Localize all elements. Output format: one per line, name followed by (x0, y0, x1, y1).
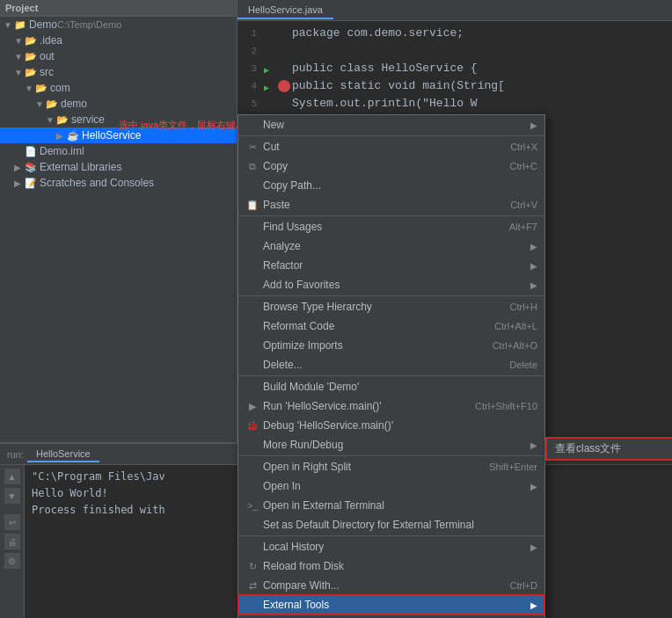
menu-item-addtofav[interactable]: Add to Favorites ▶ (238, 275, 544, 294)
run-gutter-empty (264, 45, 276, 57)
menu-label-refactor: Refactor (263, 259, 303, 272)
tree-item-label: HelloService (82, 129, 141, 142)
menu-item-cut[interactable]: ✂ Cut Ctrl+X (238, 137, 544, 156)
menu-item-externaltools[interactable]: External Tools ▶ (238, 595, 544, 614)
run-gutter-icon[interactable]: ▶ (264, 80, 276, 92)
submenu-item-view-class[interactable]: 查看class文件 (546, 438, 672, 460)
menu-label-openin: Open In (263, 480, 301, 492)
submenu-arrow-externaltools: ▶ (530, 600, 537, 610)
tree-arrow: ▶ (14, 163, 25, 172)
folder-icon: 📂 (25, 35, 37, 47)
menu-icon-run: ▶ (245, 401, 259, 412)
menu-separator (238, 455, 544, 456)
tree-item-out[interactable]: ▼📂out (0, 48, 237, 64)
menu-item-optimizeimports[interactable]: Optimize Imports Ctrl+Alt+O (238, 336, 544, 355)
menu-item-refactor[interactable]: Refactor ▶ (238, 256, 544, 275)
folder-icon: 📂 (25, 51, 37, 62)
tree-item-label: Demo (29, 18, 57, 31)
menu-item-reformatcode[interactable]: Reformat Code Ctrl+Alt+L (238, 316, 544, 336)
menu-shortcut-cut: Ctrl+X (510, 142, 537, 152)
menu-item-delete[interactable]: Delete... Delete (238, 355, 544, 374)
tree-item-com[interactable]: ▼📂com (0, 80, 237, 96)
menu-item-left: Copy Path... (245, 179, 321, 192)
settings-btn[interactable]: ⚙ (4, 553, 20, 569)
code-text: package com.demo.service; (292, 25, 464, 42)
menu-item-morerun[interactable]: More Run/Debug ▶ (238, 435, 544, 454)
menu-item-browsehierarchy[interactable]: Browse Type Hierarchy Ctrl+H (238, 297, 544, 316)
menu-item-new[interactable]: New ▶ (238, 115, 544, 135)
menu-item-buildmodule[interactable]: Build Module 'Demo' (238, 377, 544, 396)
menu-item-left: Find Usages (245, 221, 322, 233)
tree-item-service[interactable]: ▼📂service (0, 112, 237, 127)
menu-shortcut-run: Ctrl+Shift+F10 (475, 401, 537, 411)
menu-label-analyze: Analyze (263, 240, 301, 252)
tree-arrow: ▼ (25, 84, 35, 93)
menu-item-addbom[interactable]: Add BOM (238, 614, 544, 618)
tree-item-Demo.iml[interactable]: 📄Demo.iml (0, 143, 237, 159)
menu-item-reloadfromdisk[interactable]: ↻ Reload from Disk (238, 556, 544, 576)
tree-item-demo[interactable]: ▼📂demo (0, 96, 237, 112)
scroll-up-btn[interactable]: ▲ (4, 469, 20, 484)
submenu-arrow-openin: ▶ (530, 482, 537, 491)
menu-item-right: ▶ (530, 542, 537, 552)
menu-shortcut-optimizeimports: Ctrl+Alt+O (493, 340, 537, 351)
menu-item-copy[interactable]: ⧉ Copy Ctrl+C (238, 156, 544, 176)
code-line-3: 3 ▶ public class HelloService { (237, 60, 672, 77)
menu-label-addtofav: Add to Favorites (263, 279, 340, 291)
menu-item-right: Ctrl+X (510, 142, 537, 152)
menu-item-right: ▶ (530, 242, 537, 251)
menu-item-right: ▶ (530, 600, 537, 610)
tree-item-label: com (50, 82, 70, 94)
menu-item-openin[interactable]: Open In ▶ (238, 476, 544, 496)
menu-separator (238, 535, 544, 536)
line-number: 2 (237, 42, 264, 60)
tree-item-ScratchesConsoles[interactable]: ▶📝Scratches and Consoles (0, 175, 237, 191)
menu-label-copy: Copy (263, 160, 288, 172)
menu-item-paste[interactable]: 📋 Paste Ctrl+V (238, 195, 544, 214)
menu-item-left: Reformat Code (245, 320, 334, 332)
run-gutter-icon[interactable]: ▶ (264, 62, 276, 75)
menu-item-openinright[interactable]: Open in Right Split Shift+Enter (238, 457, 544, 476)
tree-arrow: ▼ (14, 52, 25, 62)
menu-label-paste: Paste (263, 199, 290, 211)
bottom-tab-helloservice[interactable]: HelloService (27, 447, 99, 462)
menu-item-copypath[interactable]: Copy Path... (238, 176, 544, 195)
menu-item-left: Open In (245, 480, 301, 492)
project-icon: 📁 (14, 19, 26, 31)
menu-item-right: ▶ (530, 440, 537, 450)
tree-item-demo-root[interactable]: ▼📁Demo C:\Temp\Demo (0, 17, 237, 33)
menu-item-left: ↻ Reload from Disk (245, 560, 344, 572)
menu-item-run[interactable]: ▶ Run 'HelloService.main()' Ctrl+Shift+F… (238, 396, 544, 416)
menu-item-left: Build Module 'Demo' (245, 381, 359, 393)
tree-item-src[interactable]: ▼📂src (0, 64, 237, 80)
tree-item-HelloService[interactable]: ▶☕HelloService (0, 127, 237, 143)
tree-item-ExternalLibraries[interactable]: ▶📚External Libraries (0, 159, 237, 175)
menu-item-right: Shift+Enter (489, 462, 537, 472)
tree-item-idea[interactable]: ▼📂.idea (0, 33, 237, 48)
menu-item-left: ▶ Run 'HelloService.main()' (245, 400, 382, 412)
menu-item-right: Alt+F7 (509, 222, 537, 232)
code-text: public class HelloService { (292, 60, 478, 77)
run-gutter-empty (264, 98, 276, 110)
editor-tab[interactable]: HelloService.java (237, 2, 333, 19)
menu-item-setasdefault[interactable]: Set as Default Directory for External Te… (238, 515, 544, 534)
menu-item-openexternal[interactable]: >_ Open in External Terminal (238, 496, 544, 515)
wrap-btn[interactable]: ↩ (4, 514, 20, 530)
menu-item-debug[interactable]: 🐞 Debug 'HelloService.main()' (238, 416, 544, 435)
scroll-down-btn[interactable]: ▼ (4, 488, 20, 504)
menu-separator (238, 295, 544, 296)
line-number: 4 (237, 77, 264, 95)
menu-item-analyze[interactable]: Analyze ▶ (238, 236, 544, 256)
menu-item-comparewith[interactable]: ⇄ Compare With... Ctrl+D (238, 576, 544, 595)
code-line-4: 4 ▶ public static void main(String[ (237, 77, 672, 95)
breakpoint-dot[interactable] (278, 80, 290, 92)
menu-item-right: Ctrl+Alt+O (493, 340, 537, 351)
menu-item-findusages[interactable]: Find Usages Alt+F7 (238, 217, 544, 236)
run-label: run: (4, 449, 27, 460)
menu-item-left: ⧉ Copy (245, 160, 288, 172)
submenu-arrow-analyze: ▶ (530, 242, 537, 251)
menu-item-left: Analyze (245, 240, 301, 252)
menu-item-localhistory[interactable]: Local History ▶ (238, 537, 544, 556)
print-btn[interactable]: 🖨 (4, 534, 20, 549)
menu-label-new: New (263, 119, 284, 131)
